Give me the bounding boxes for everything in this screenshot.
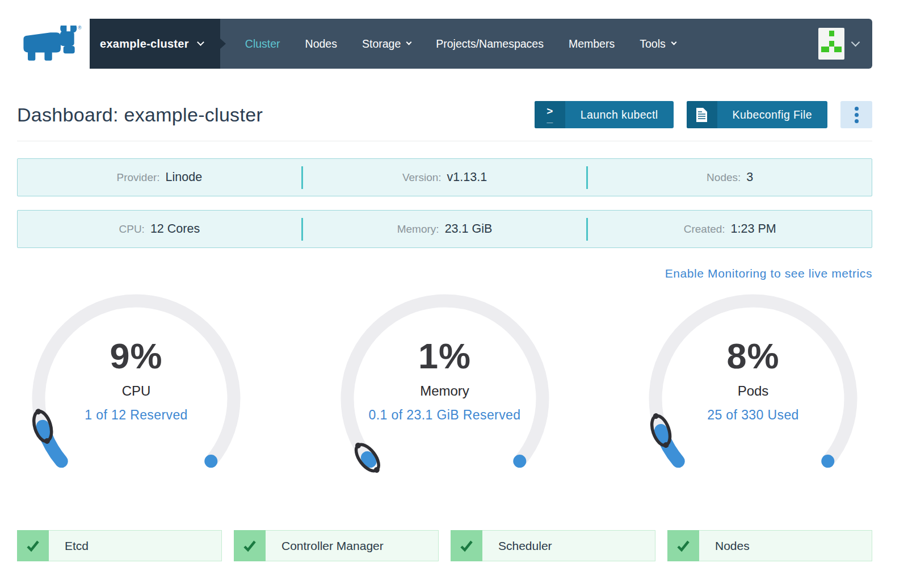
info-cpu: CPU: 12 Cores [18,211,301,247]
status-label: Etcd [49,530,222,561]
cpu-gauge: 9% CPU 1 of 12 Reserved [17,282,255,509]
kebab-dot [855,119,859,123]
nav-item-projects-namespaces[interactable]: Projects/Namespaces [436,37,544,51]
memory-label: Memory [326,383,564,399]
chevron-down-icon [406,40,412,45]
chevron-down-icon[interactable] [851,38,860,47]
rancher-logo: ® [17,24,82,63]
terminal-prompt-icon: > _ [535,101,565,128]
header-divider [17,141,872,141]
pods-label: Pods [634,383,872,399]
nav-list: Cluster Nodes Storage Projects/Namespace… [245,37,676,51]
info-version: Version: v1.13.1 [303,159,587,196]
more-actions-kebab-button[interactable] [840,101,872,128]
info-memory: Memory: 23.1 GiB [303,211,587,247]
monitoring-link-row: Enable Monitoring to see live metrics [17,267,872,280]
pods-gauge-text: 8% Pods 25 of 330 Used [634,335,872,423]
check-icon [17,530,49,561]
cluster-selector-label: example-cluster [100,37,189,51]
page-title: Dashboard: example-cluster [17,104,263,126]
kebab-dot [855,107,859,111]
nav-item-cluster[interactable]: Cluster [245,37,280,51]
cluster-info-row-2: CPU: 12 Cores Memory: 23.1 GiB Created: … [17,210,872,248]
check-icon [234,530,266,561]
status-etcd: Etcd [17,530,222,561]
gauge-row: 9% CPU 1 of 12 Reserved 1% Memory 0.1 of… [17,282,872,509]
user-avatar[interactable] [818,28,844,60]
memory-detail: 0.1 of 23.1 GiB Reserved [326,408,564,423]
page-header: Dashboard: example-cluster > _ Launch ku… [17,101,872,128]
chevron-down-icon [671,40,676,45]
cpu-label: CPU [17,383,255,399]
pods-gauge: 8% Pods 25 of 330 Used [634,282,872,509]
kubeconfig-file-label: Kubeconfig File [717,101,827,128]
file-document-icon [687,101,717,128]
cpu-detail: 1 of 12 Reserved [17,408,255,423]
status-label: Scheduler [482,530,655,561]
launch-kubectl-button[interactable]: > _ Launch kubectl [535,101,674,128]
status-controller-manager: Controller Manager [234,530,439,561]
status-label: Nodes [699,530,872,561]
info-created: Created: 1:23 PM [588,211,872,247]
enable-monitoring-link[interactable]: Enable Monitoring to see live metrics [665,267,872,280]
top-bar: ® example-cluster Cluster Nodes Storage … [0,19,908,69]
memory-gauge-text: 1% Memory 0.1 of 23.1 GiB Reserved [326,335,564,423]
nav-item-tools[interactable]: Tools [640,37,676,51]
cpu-gauge-text: 9% CPU 1 of 12 Reserved [17,335,255,423]
nav-item-storage[interactable]: Storage [362,37,411,51]
launch-kubectl-label: Launch kubectl [565,101,674,128]
kebab-dot [855,113,859,117]
kubeconfig-file-button[interactable]: Kubeconfig File [687,101,827,128]
check-icon [451,530,482,561]
cpu-percent: 9% [17,335,255,376]
status-scheduler: Scheduler [451,530,655,561]
chevron-down-icon [197,39,204,46]
info-provider: Provider: Linode [18,159,301,196]
status-nodes: Nodes [667,530,872,561]
component-status-row: Etcd Controller Manager Scheduler Nodes [17,530,872,561]
header-actions: > _ Launch kubectl Kubeconfig File [535,101,872,128]
user-menu[interactable] [818,28,859,60]
nav-item-members[interactable]: Members [569,37,615,51]
cluster-info-row-1: Provider: Linode Version: v1.13.1 Nodes:… [17,158,872,196]
status-label: Controller Manager [266,530,439,561]
cluster-selector-dropdown[interactable]: example-cluster [90,19,220,69]
pods-detail: 25 of 330 Used [634,408,872,423]
pods-percent: 8% [634,335,872,376]
info-nodes: Nodes: 3 [588,159,872,196]
check-icon [667,530,699,561]
main-navbar: example-cluster Cluster Nodes Storage Pr… [90,19,872,69]
nav-item-nodes[interactable]: Nodes [305,37,337,51]
memory-gauge: 1% Memory 0.1 of 23.1 GiB Reserved [326,282,564,509]
svg-text:®: ® [78,25,82,31]
memory-percent: 1% [326,335,564,376]
